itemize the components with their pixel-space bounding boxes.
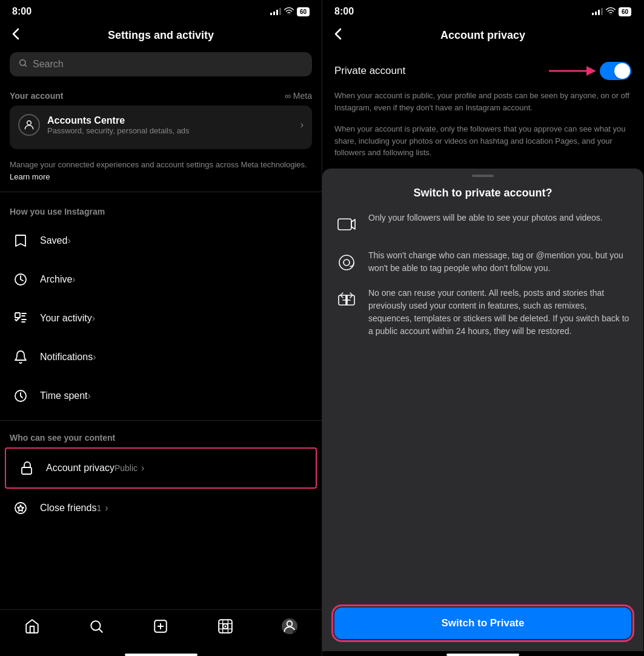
archive-icon: [10, 269, 32, 290]
search-bar[interactable]: Search: [10, 52, 312, 76]
svg-point-1: [27, 121, 32, 125]
avatar: [282, 618, 297, 634]
wifi-icon: [284, 7, 294, 16]
back-button-right[interactable]: [332, 25, 344, 45]
meta-logo: ∞ Meta: [285, 91, 312, 101]
status-bar-left: 8:00 60: [0, 0, 322, 21]
remix-icon: [334, 288, 359, 312]
nav-header-left: Settings and activity: [0, 21, 322, 52]
nav-home[interactable]: [15, 616, 50, 637]
time-icon: [10, 385, 32, 407]
chevron-saved: ›: [67, 235, 70, 246]
accounts-description: Manage your connected experiences and ac…: [0, 154, 322, 184]
privacy-content: Private account When your account is pub…: [322, 52, 643, 651]
list-item-notifications[interactable]: Notifications ›: [0, 338, 322, 377]
status-bar-right: 8:00 60: [322, 0, 643, 21]
status-icons-left: 60: [270, 7, 310, 16]
lock-icon: [16, 457, 38, 479]
home-indicator-left: [125, 654, 198, 656]
your-account-section: Your account ∞ Meta: [0, 84, 322, 105]
list-item-activity[interactable]: Your activity ›: [0, 299, 322, 338]
home-indicator-right: [446, 654, 519, 656]
page-title-left: Settings and activity: [108, 29, 214, 42]
nav-reels[interactable]: [208, 616, 243, 637]
list-item-archive[interactable]: Archive ›: [0, 260, 322, 299]
svg-point-11: [224, 625, 226, 627]
sheet-item-remix: No one can reuse your content. All reels…: [334, 287, 631, 338]
accounts-centre-header: Accounts Centre Password, security, pers…: [18, 114, 304, 136]
nav-create[interactable]: [143, 616, 178, 637]
sheet-item-mentions: This won't change who can message, tag o…: [334, 249, 631, 275]
signal-icon-right: [592, 8, 603, 15]
page-title-right: Account privacy: [440, 29, 525, 42]
public-description: When your account is public, your profil…: [322, 90, 643, 123]
sheet-handle: [472, 175, 494, 177]
svg-point-17: [344, 259, 350, 266]
account-privacy-label: Account privacy: [46, 463, 115, 474]
chevron-archive: ›: [72, 274, 75, 285]
account-privacy-highlight: Account privacy Public ›: [5, 447, 317, 489]
private-account-label: Private account: [334, 65, 405, 77]
svg-point-6: [15, 503, 26, 514]
learn-more-link[interactable]: Learn more: [10, 172, 50, 181]
svg-point-12: [287, 621, 293, 626]
video-icon: [334, 213, 359, 237]
battery-icon-right: 60: [619, 7, 631, 16]
accounts-centre-subtitle: Password, security, personal details, ad…: [47, 126, 190, 135]
activity-icon: [10, 307, 32, 329]
nav-search[interactable]: [79, 616, 114, 637]
private-account-toggle[interactable]: [600, 62, 631, 80]
saved-label: Saved: [40, 235, 67, 246]
close-friends-value: 1 ›: [96, 503, 108, 514]
scroll-content-left: Your account ∞ Meta Accounts Centre Pass…: [0, 84, 322, 609]
sheet-items: Only your followers will be able to see …: [322, 212, 643, 601]
sheet-item-photos-text: Only your followers will be able to see …: [368, 212, 631, 224]
public-value: Public: [115, 463, 138, 473]
chevron-time: ›: [88, 390, 91, 401]
wifi-icon-right: [606, 7, 616, 16]
list-item-time-spent[interactable]: Time spent ›: [0, 377, 322, 415]
toggle-row: Private account: [322, 52, 643, 90]
chevron-notifications: ›: [93, 352, 96, 363]
mention-icon: [334, 250, 359, 275]
signal-icon: [270, 8, 281, 15]
bottom-sheet: Switch to private account? Only your fol…: [322, 169, 643, 652]
list-item-account-privacy[interactable]: Account privacy Public ›: [6, 449, 316, 487]
sheet-item-remix-text: No one can reuse your content. All reels…: [368, 287, 631, 338]
list-item-saved[interactable]: Saved ›: [0, 221, 322, 260]
archive-label: Archive: [40, 274, 72, 285]
accounts-centre[interactable]: Accounts Centre Password, security, pers…: [10, 105, 312, 149]
time-spent-label: Time spent: [40, 390, 88, 401]
search-input[interactable]: Search: [33, 59, 64, 70]
saved-icon: [10, 230, 32, 252]
private-description: When your account is private, only the f…: [322, 123, 643, 169]
svg-rect-5: [22, 467, 32, 474]
accounts-centre-text: Accounts Centre Password, security, pers…: [47, 115, 190, 135]
accounts-centre-title: Accounts Centre: [47, 115, 190, 126]
avatar-badge: [293, 630, 297, 634]
nav-header-right: Account privacy: [322, 21, 643, 52]
nav-profile[interactable]: [272, 616, 307, 637]
svg-point-7: [91, 621, 101, 630]
svg-point-16: [339, 255, 354, 270]
right-phone: 8:00 60 Account privacy Private accou: [322, 0, 643, 656]
search-icon: [18, 58, 28, 70]
notifications-icon: [10, 346, 32, 368]
who-can-see-label: Who can see your content: [0, 426, 322, 447]
sheet-item-mentions-text: This won't change who can message, tag o…: [368, 249, 631, 275]
account-privacy-value: Public ›: [115, 463, 144, 474]
battery-icon-left: 60: [297, 7, 310, 16]
notifications-label: Notifications: [40, 352, 93, 363]
accounts-icon: [18, 114, 40, 136]
how-you-use-label: How you use Instagram: [0, 199, 322, 221]
switch-btn-container: Switch to Private: [322, 600, 643, 651]
chevron-privacy: ›: [141, 463, 144, 474]
pink-arrow: [549, 62, 597, 80]
chevron-right-icon: ›: [300, 119, 304, 130]
svg-rect-3: [15, 313, 20, 318]
back-button-left[interactable]: [10, 25, 22, 45]
time-left: 8:00: [12, 6, 32, 17]
switch-to-private-button[interactable]: Switch to Private: [334, 607, 631, 639]
list-item-close-friends[interactable]: Close friends 1 ›: [0, 489, 322, 527]
status-icons-right: 60: [592, 7, 631, 16]
